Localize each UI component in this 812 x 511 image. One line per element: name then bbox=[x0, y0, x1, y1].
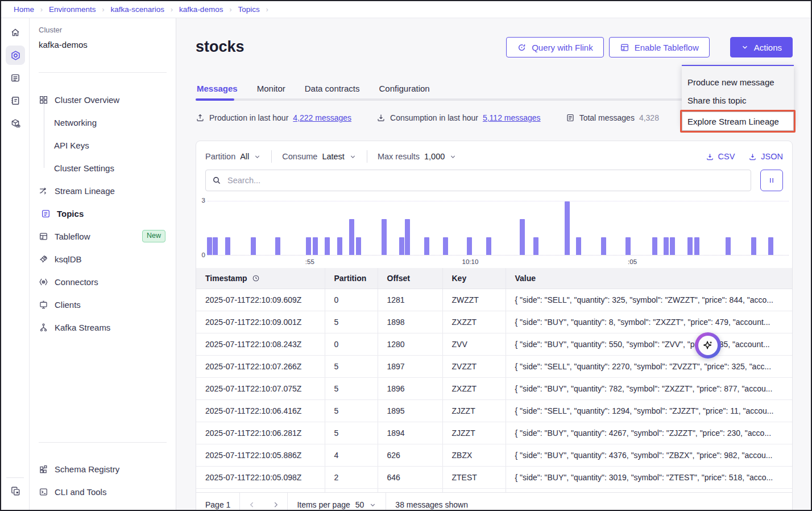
column-header-partition[interactable]: Partition bbox=[325, 268, 378, 289]
sidebar-item-tableflow[interactable]: Tableflow New bbox=[30, 225, 176, 248]
ai-assistant-button[interactable] bbox=[695, 332, 721, 358]
menu-item-produce-new-message[interactable]: Produce new message bbox=[682, 73, 794, 91]
cell-value: { "side": "BUY", "quantity": 8, "symbol"… bbox=[506, 311, 792, 333]
chart-bar bbox=[467, 237, 472, 255]
chart-bar bbox=[349, 219, 354, 255]
table-row[interactable]: 2025-07-11T22:10:07.266Z51897ZVZZT{ "sid… bbox=[196, 355, 792, 377]
tab-messages[interactable]: Messages bbox=[196, 84, 239, 100]
breadcrumb-kafka-demos[interactable]: kafka-demos bbox=[179, 5, 223, 14]
query-with-flink-button[interactable]: Query with Flink bbox=[506, 37, 604, 57]
chart-bar bbox=[405, 219, 410, 255]
cell-timestamp: 2025-07-11T22:10:05.098Z bbox=[196, 466, 325, 488]
consumption-stat: Consumption in last hour 5,112 messages bbox=[376, 113, 541, 122]
sidebar-item-cluster-settings[interactable]: Cluster Settings bbox=[30, 156, 176, 179]
sparkle-icon bbox=[702, 339, 714, 352]
total-messages-stat: Total messages 4,328 bbox=[566, 113, 659, 122]
menu-item-share-this-topic[interactable]: Share this topic bbox=[682, 91, 794, 109]
sidebar-item-cluster-overview[interactable]: Cluster Overview bbox=[30, 88, 176, 111]
cell-value: { "side": "SELL", "quantity": 325, "symb… bbox=[506, 289, 792, 311]
sidebar-item-kafka-streams[interactable]: Kafka Streams bbox=[30, 316, 176, 339]
table-row[interactable]: 2025-07-11T22:10:05.886Z4626ZBZX{ "side"… bbox=[196, 444, 792, 466]
consumption-messages-link[interactable]: 5,112 messages bbox=[483, 113, 541, 122]
cell-key: ZVV bbox=[442, 333, 506, 355]
filter-divider bbox=[271, 150, 272, 163]
sidebar-item-label: Schema Registry bbox=[55, 464, 119, 474]
export-csv-link[interactable]: CSV bbox=[706, 152, 735, 161]
chart-plot bbox=[208, 201, 789, 256]
chart-bar bbox=[207, 237, 212, 255]
column-header-value[interactable]: Value bbox=[506, 268, 792, 289]
total-messages-value: 4,328 bbox=[639, 113, 659, 122]
cluster-name: kafka-demos bbox=[39, 40, 88, 50]
export-json-link[interactable]: JSON bbox=[748, 152, 783, 161]
messages-table: Timestamp Partition Offset Key Value 202… bbox=[196, 268, 792, 511]
cell-key: ZXZZT bbox=[442, 377, 506, 399]
max-results-filter[interactable]: Max results 1,000 bbox=[378, 152, 457, 161]
pause-icon bbox=[768, 176, 776, 184]
chart-bar bbox=[313, 237, 318, 255]
column-header-offset[interactable]: Offset bbox=[378, 268, 442, 289]
breadcrumb-environments[interactable]: Environments bbox=[49, 5, 96, 14]
download-icon bbox=[376, 113, 386, 122]
partition-filter[interactable]: Partition All bbox=[205, 152, 261, 161]
tab-data-contracts[interactable]: Data contracts bbox=[304, 84, 361, 100]
table-row[interactable]: 2025-07-11T22:10:05.098Z2646ZTEST{ "side… bbox=[196, 466, 792, 488]
cluster-icon[interactable] bbox=[6, 46, 25, 65]
breadcrumb-topics[interactable]: Topics bbox=[238, 5, 259, 14]
table-row[interactable]: 2025-07-11T22:10:09.001Z51898ZXZZT{ "sid… bbox=[196, 311, 792, 333]
cell-offset: 1898 bbox=[378, 311, 442, 333]
tab-monitor[interactable]: Monitor bbox=[256, 84, 287, 100]
sidebar-item-connectors[interactable]: Connectors bbox=[30, 270, 176, 293]
cell-value: { "side": "BUY", "quantity": 550, "symbo… bbox=[506, 333, 792, 355]
max-results-label: Max results bbox=[378, 152, 420, 161]
documents-icon[interactable] bbox=[6, 68, 25, 88]
column-header-timestamp[interactable]: Timestamp bbox=[196, 268, 325, 289]
sidebar-item-ksqldb[interactable]: ksqlDB bbox=[30, 248, 176, 270]
cell-offset: 626 bbox=[378, 444, 442, 466]
chart-bar bbox=[325, 237, 330, 255]
chevron-right-icon bbox=[272, 501, 280, 509]
sidebar-item-stream-lineage[interactable]: Stream Lineage bbox=[30, 179, 176, 202]
sidebar-item-schema-registry[interactable]: Schema Registry bbox=[30, 458, 176, 480]
app-window: Home› Environments› kafka-scenarios› kaf… bbox=[0, 0, 812, 511]
chevron-down-icon bbox=[449, 153, 457, 160]
home-icon[interactable] bbox=[6, 23, 25, 42]
rail-divider bbox=[6, 477, 24, 478]
column-header-key[interactable]: Key bbox=[442, 268, 506, 289]
production-messages-link[interactable]: 4,222 messages bbox=[293, 113, 351, 122]
previous-page-button[interactable] bbox=[240, 493, 264, 511]
grid-icon bbox=[39, 95, 48, 105]
items-per-page-select[interactable]: Items per page 50 bbox=[288, 493, 386, 511]
clock-icon bbox=[252, 274, 260, 282]
table-row[interactable]: 2025-07-11T22:10:07.075Z51896ZXZZT{ "sid… bbox=[196, 377, 792, 399]
next-page-button[interactable] bbox=[264, 493, 288, 511]
table-row[interactable]: 2025-07-11T22:10:09.609Z01281ZWZZT{ "sid… bbox=[196, 289, 792, 311]
messages-panel: Partition All Consume Latest Max results… bbox=[196, 141, 793, 511]
chart-bar bbox=[306, 237, 311, 255]
tab-configuration[interactable]: Configuration bbox=[378, 84, 430, 100]
menu-item-explore-stream-lineage[interactable]: Explore Stream Lineage bbox=[682, 112, 794, 131]
notebook-icon[interactable] bbox=[6, 91, 25, 110]
cell-partition: 4 bbox=[325, 444, 378, 466]
table-row[interactable]: 2025-07-11T22:10:06.281Z51894ZJZZT{ "sid… bbox=[196, 422, 792, 444]
enable-tableflow-button[interactable]: Enable Tableflow bbox=[609, 37, 710, 57]
search-icon bbox=[212, 176, 221, 185]
sidebar-item-api-keys[interactable]: API Keys bbox=[30, 134, 176, 156]
cell-value: { "side": "BUY", "quantity": 782, "symbo… bbox=[506, 377, 792, 399]
sidebar-item-networking[interactable]: Networking bbox=[30, 111, 176, 134]
environments-icon[interactable] bbox=[6, 114, 25, 133]
cell-partition: 0 bbox=[325, 289, 378, 311]
breadcrumb-home[interactable]: Home bbox=[14, 5, 34, 14]
consume-filter[interactable]: Consume Latest bbox=[282, 152, 357, 161]
sidebar-item-cli-and-tools[interactable]: CLI and Tools bbox=[30, 480, 176, 503]
chart-bar bbox=[687, 237, 693, 255]
clipboard-icon[interactable] bbox=[6, 481, 25, 501]
actions-button[interactable]: Actions bbox=[730, 37, 793, 57]
pause-button[interactable] bbox=[760, 170, 783, 191]
breadcrumb-kafka-scenarios[interactable]: kafka-scenarios bbox=[111, 5, 165, 14]
sidebar-item-clients[interactable]: Clients bbox=[30, 293, 176, 316]
sidebar-item-topics[interactable]: Topics bbox=[30, 202, 176, 225]
search-input[interactable] bbox=[226, 175, 744, 186]
table-row[interactable]: 2025-07-11T22:10:06.416Z51895ZJZZT{ "sid… bbox=[196, 399, 792, 422]
cell-partition: 0 bbox=[325, 333, 378, 355]
